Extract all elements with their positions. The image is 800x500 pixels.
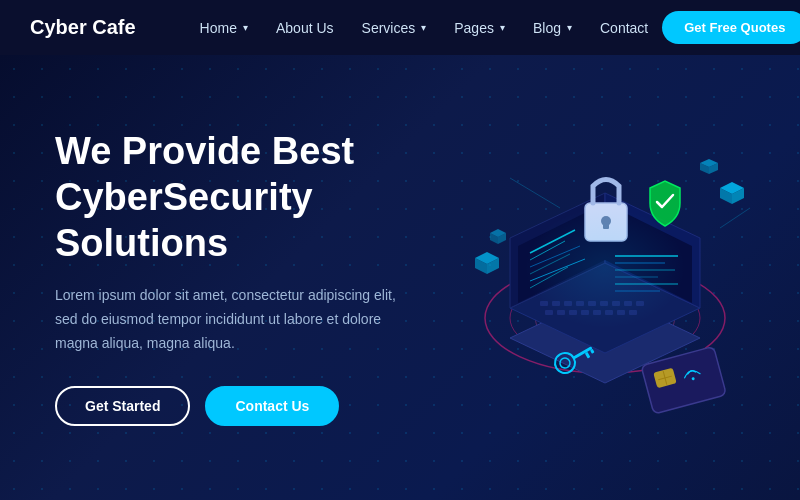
svg-line-64 <box>510 178 560 208</box>
nav-item-contact[interactable]: Contact <box>586 20 662 36</box>
chevron-down-icon: ▾ <box>500 22 505 33</box>
navbar: Cyber Cafe Home ▾ About Us Services ▾ Pa… <box>0 0 800 55</box>
hero-title: We Provide Best CyberSecurity Solutions <box>55 129 420 266</box>
hero-content: We Provide Best CyberSecurity Solutions … <box>0 129 420 425</box>
hero-buttons: Get Started Contact Us <box>55 386 420 426</box>
nav-item-home[interactable]: Home ▾ <box>186 20 262 36</box>
svg-line-65 <box>720 208 750 228</box>
nav-item-blog[interactable]: Blog ▾ <box>519 20 586 36</box>
get-free-quotes-button[interactable]: Get Free Quotes <box>662 11 800 44</box>
nav-item-pages[interactable]: Pages ▾ <box>440 20 519 36</box>
brand-logo[interactable]: Cyber Cafe <box>30 16 136 39</box>
nav-item-services[interactable]: Services ▾ <box>348 20 441 36</box>
hero-section: We Provide Best CyberSecurity Solutions … <box>0 55 800 500</box>
hero-description: Lorem ipsum dolor sit amet, consectetur … <box>55 284 415 355</box>
svg-point-63 <box>525 208 685 328</box>
chevron-down-icon: ▾ <box>243 22 248 33</box>
nav-item-about[interactable]: About Us <box>262 20 348 36</box>
get-started-button[interactable]: Get Started <box>55 386 190 426</box>
chevron-down-icon: ▾ <box>421 22 426 33</box>
chevron-down-icon: ▾ <box>567 22 572 33</box>
hero-illustration <box>410 108 770 448</box>
nav-links: Home ▾ About Us Services ▾ Pages ▾ Blog … <box>186 20 663 36</box>
contact-us-button[interactable]: Contact Us <box>205 386 339 426</box>
